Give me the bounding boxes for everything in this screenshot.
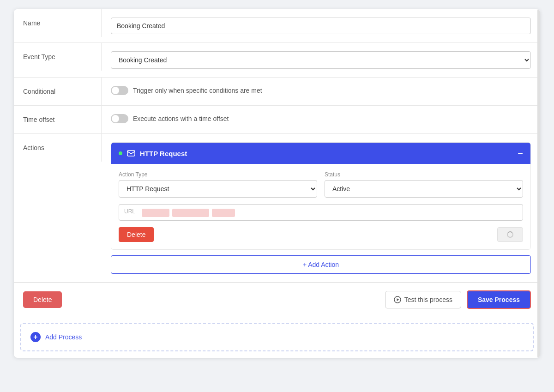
action-header: HTTP Request − [111,143,530,164]
conditional-label: Conditional [14,78,102,105]
url-block-3 [212,209,235,217]
status-label: Status [325,171,523,178]
add-process-icon: + [30,332,41,342]
name-field [102,9,540,42]
url-block-1 [142,209,169,217]
conditional-field: Trigger only when specific conditions ar… [102,78,540,103]
bottom-right-actions: Test this process Save Process [385,290,531,309]
action-type-row: Action Type HTTP Request Send Email Webh… [119,171,523,198]
event-type-select[interactable]: Booking Created Booking Updated Booking … [111,51,531,69]
actions-row: Actions HTTP Request − [14,134,540,283]
svg-rect-0 [127,151,135,156]
time-offset-toggle-row: Execute actions with a time offset [111,114,531,123]
loading-button [497,227,523,242]
event-type-label: Event Type [14,43,102,71]
actions-label: Actions [14,134,102,162]
action-type-select[interactable]: HTTP Request Send Email Webhook [119,180,317,198]
time-offset-field: Execute actions with a time offset [102,106,540,132]
url-wrapper: URL [119,204,523,221]
action-title: HTTP Request [140,150,513,157]
time-offset-text: Execute actions with a time offset [133,115,229,122]
delete-process-button[interactable]: Delete [23,291,62,308]
test-process-label: Test this process [404,296,452,303]
save-process-button[interactable]: Save Process [467,290,531,309]
conditional-slider [111,86,128,95]
play-icon [394,296,401,303]
add-process-label: Add Process [45,333,82,341]
event-type-row: Event Type Booking Created Booking Updat… [14,43,540,78]
conditional-row: Conditional Trigger only when specific c… [14,78,540,106]
time-offset-label: Time offset [14,106,102,133]
status-select[interactable]: Active Inactive [325,180,523,198]
action-delete-button[interactable]: Delete [119,227,154,242]
collapse-button[interactable]: − [518,149,523,158]
name-row: Name [14,9,540,43]
action-footer: Delete [119,227,523,242]
test-process-button[interactable]: Test this process [385,291,461,308]
conditional-text: Trigger only when specific conditions ar… [133,87,262,94]
event-type-field: Booking Created Booking Updated Booking … [102,43,540,77]
status-field: Status Active Inactive [325,171,523,198]
svg-marker-2 [397,298,399,301]
action-type-field: Action Type HTTP Request Send Email Webh… [119,171,317,198]
name-label: Name [14,9,102,37]
name-input[interactable] [111,18,531,34]
url-block-2 [172,209,209,217]
add-action-button[interactable]: + Add Action [111,255,531,274]
bottom-bar: Delete Test this process Save Process [14,283,540,316]
action-status-dot [119,151,122,155]
actions-field: HTTP Request − Action Type HTTP Request … [102,134,540,282]
time-offset-slider [111,114,128,123]
conditional-toggle-row: Trigger only when specific conditions ar… [111,86,531,95]
time-offset-toggle[interactable] [111,114,128,123]
action-type-label: Action Type [119,171,317,178]
spinner-icon [507,231,513,238]
action-card: HTTP Request − Action Type HTTP Request … [111,142,531,250]
action-body: Action Type HTTP Request Send Email Webh… [111,164,530,249]
conditional-toggle[interactable] [111,86,128,95]
add-process-row[interactable]: + Add Process [20,323,534,351]
url-placeholder-blocks [142,209,235,217]
time-offset-row: Time offset Execute actions with a time … [14,106,540,134]
mail-icon [127,150,135,157]
page-container: Name Event Type Booking Created Booking … [14,9,540,358]
